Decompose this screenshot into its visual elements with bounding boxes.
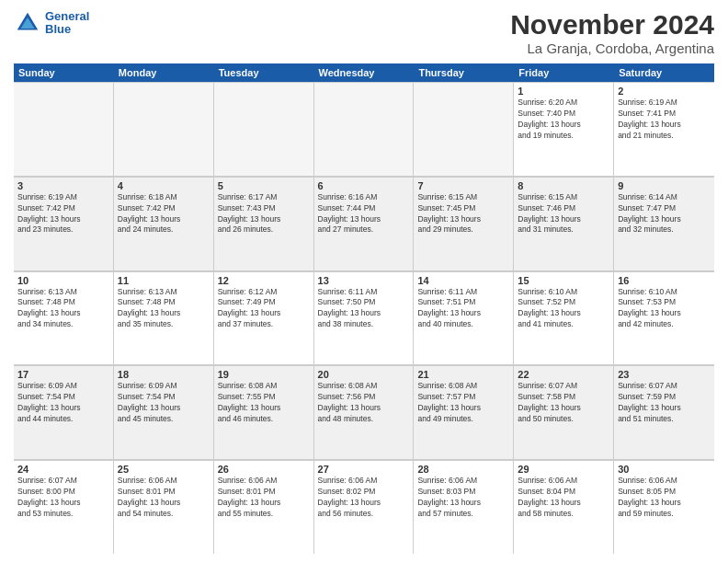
calendar-cell: 5Sunrise: 6:17 AM Sunset: 7:43 PM Daylig…	[214, 177, 314, 270]
day-number: 12	[218, 275, 310, 286]
day-number: 23	[618, 369, 711, 380]
calendar-cell	[14, 82, 114, 176]
day-info: Sunrise: 6:16 AM Sunset: 7:44 PM Dayligh…	[318, 192, 410, 236]
day-info: Sunrise: 6:08 AM Sunset: 7:55 PM Dayligh…	[218, 381, 310, 425]
day-info: Sunrise: 6:15 AM Sunset: 7:45 PM Dayligh…	[417, 192, 509, 236]
day-info: Sunrise: 6:06 AM Sunset: 8:01 PM Dayligh…	[118, 476, 210, 520]
logo: General Blue	[14, 9, 89, 37]
day-info: Sunrise: 6:08 AM Sunset: 7:56 PM Dayligh…	[318, 381, 410, 425]
day-number: 2	[618, 86, 711, 97]
calendar-header-day: Wednesday	[314, 63, 415, 82]
main-title: November 2024	[510, 9, 714, 40]
day-info: Sunrise: 6:07 AM Sunset: 8:00 PM Dayligh…	[17, 476, 109, 520]
calendar-body: 1Sunrise: 6:20 AM Sunset: 7:40 PM Daylig…	[14, 82, 714, 554]
calendar-cell	[314, 82, 415, 176]
calendar: SundayMondayTuesdayWednesdayThursdayFrid…	[14, 63, 714, 554]
day-number: 19	[218, 369, 310, 380]
calendar-cell: 19Sunrise: 6:08 AM Sunset: 7:55 PM Dayli…	[214, 365, 314, 459]
calendar-row: 1Sunrise: 6:20 AM Sunset: 7:40 PM Daylig…	[14, 82, 714, 177]
calendar-cell: 11Sunrise: 6:13 AM Sunset: 7:48 PM Dayli…	[114, 271, 214, 365]
calendar-cell: 1Sunrise: 6:20 AM Sunset: 7:40 PM Daylig…	[514, 82, 614, 176]
calendar-cell: 18Sunrise: 6:09 AM Sunset: 7:54 PM Dayli…	[114, 365, 214, 459]
subtitle: La Granja, Cordoba, Argentina	[510, 40, 714, 56]
calendar-row: 24Sunrise: 6:07 AM Sunset: 8:00 PM Dayli…	[14, 460, 714, 554]
calendar-header-day: Monday	[114, 63, 214, 82]
day-number: 25	[118, 464, 210, 475]
day-number: 18	[118, 369, 210, 380]
day-info: Sunrise: 6:10 AM Sunset: 7:53 PM Dayligh…	[618, 287, 711, 331]
day-info: Sunrise: 6:20 AM Sunset: 7:40 PM Dayligh…	[518, 98, 609, 142]
calendar-cell: 26Sunrise: 6:06 AM Sunset: 8:01 PM Dayli…	[214, 460, 314, 554]
day-number: 10	[17, 275, 109, 286]
calendar-cell: 9Sunrise: 6:14 AM Sunset: 7:47 PM Daylig…	[614, 177, 714, 270]
calendar-header-day: Sunday	[14, 63, 114, 82]
day-info: Sunrise: 6:17 AM Sunset: 7:43 PM Dayligh…	[218, 192, 310, 236]
calendar-cell: 15Sunrise: 6:10 AM Sunset: 7:52 PM Dayli…	[514, 271, 614, 365]
day-info: Sunrise: 6:11 AM Sunset: 7:51 PM Dayligh…	[417, 287, 509, 331]
day-number: 7	[417, 180, 509, 191]
day-number: 9	[618, 180, 711, 191]
calendar-cell: 2Sunrise: 6:19 AM Sunset: 7:41 PM Daylig…	[614, 82, 714, 176]
day-info: Sunrise: 6:15 AM Sunset: 7:46 PM Dayligh…	[518, 192, 609, 236]
calendar-cell: 17Sunrise: 6:09 AM Sunset: 7:54 PM Dayli…	[14, 365, 114, 459]
day-info: Sunrise: 6:09 AM Sunset: 7:54 PM Dayligh…	[118, 381, 210, 425]
logo-line2: Blue	[45, 23, 89, 36]
calendar-cell: 25Sunrise: 6:06 AM Sunset: 8:01 PM Dayli…	[114, 460, 214, 554]
logo-text: General Blue	[45, 10, 89, 37]
day-info: Sunrise: 6:08 AM Sunset: 7:57 PM Dayligh…	[417, 381, 509, 425]
calendar-row: 17Sunrise: 6:09 AM Sunset: 7:54 PM Dayli…	[14, 365, 714, 460]
day-number: 30	[618, 464, 711, 475]
calendar-cell: 14Sunrise: 6:11 AM Sunset: 7:51 PM Dayli…	[414, 271, 514, 365]
day-number: 16	[618, 275, 711, 286]
day-number: 13	[318, 275, 410, 286]
day-number: 11	[118, 275, 210, 286]
day-number: 1	[518, 86, 609, 97]
day-number: 15	[518, 275, 609, 286]
calendar-cell: 20Sunrise: 6:08 AM Sunset: 7:56 PM Dayli…	[314, 365, 415, 459]
calendar-cell: 6Sunrise: 6:16 AM Sunset: 7:44 PM Daylig…	[314, 177, 415, 270]
day-number: 5	[218, 180, 310, 191]
logo-line1: General	[45, 10, 89, 23]
day-number: 20	[318, 369, 410, 380]
day-info: Sunrise: 6:18 AM Sunset: 7:42 PM Dayligh…	[118, 192, 210, 236]
calendar-cell: 3Sunrise: 6:19 AM Sunset: 7:42 PM Daylig…	[14, 177, 114, 270]
calendar-header: SundayMondayTuesdayWednesdayThursdayFrid…	[14, 63, 714, 82]
day-info: Sunrise: 6:06 AM Sunset: 8:02 PM Dayligh…	[318, 476, 410, 520]
title-block: November 2024 La Granja, Cordoba, Argent…	[510, 9, 714, 56]
day-number: 4	[118, 180, 210, 191]
day-info: Sunrise: 6:07 AM Sunset: 7:59 PM Dayligh…	[618, 381, 711, 425]
calendar-cell	[214, 82, 314, 176]
calendar-header-day: Friday	[514, 63, 614, 82]
logo-icon	[14, 9, 41, 37]
day-number: 24	[17, 464, 109, 475]
calendar-row: 3Sunrise: 6:19 AM Sunset: 7:42 PM Daylig…	[14, 177, 714, 271]
day-number: 27	[318, 464, 410, 475]
day-number: 8	[518, 180, 609, 191]
day-info: Sunrise: 6:06 AM Sunset: 8:01 PM Dayligh…	[218, 476, 310, 520]
calendar-cell: 4Sunrise: 6:18 AM Sunset: 7:42 PM Daylig…	[114, 177, 214, 270]
header: General Blue November 2024 La Granja, Co…	[14, 9, 714, 56]
calendar-cell: 27Sunrise: 6:06 AM Sunset: 8:02 PM Dayli…	[314, 460, 415, 554]
calendar-cell: 8Sunrise: 6:15 AM Sunset: 7:46 PM Daylig…	[514, 177, 614, 270]
calendar-header-day: Saturday	[614, 63, 714, 82]
page: General Blue November 2024 La Granja, Co…	[0, 0, 728, 563]
calendar-cell: 10Sunrise: 6:13 AM Sunset: 7:48 PM Dayli…	[14, 271, 114, 365]
calendar-cell	[114, 82, 214, 176]
day-number: 21	[417, 369, 509, 380]
calendar-header-day: Thursday	[414, 63, 514, 82]
day-number: 17	[17, 369, 109, 380]
calendar-cell	[414, 82, 514, 176]
day-info: Sunrise: 6:09 AM Sunset: 7:54 PM Dayligh…	[17, 381, 109, 425]
day-info: Sunrise: 6:11 AM Sunset: 7:50 PM Dayligh…	[318, 287, 410, 331]
calendar-cell: 12Sunrise: 6:12 AM Sunset: 7:49 PM Dayli…	[214, 271, 314, 365]
day-info: Sunrise: 6:10 AM Sunset: 7:52 PM Dayligh…	[518, 287, 609, 331]
day-info: Sunrise: 6:19 AM Sunset: 7:42 PM Dayligh…	[17, 192, 109, 236]
day-number: 14	[417, 275, 509, 286]
day-number: 26	[218, 464, 310, 475]
day-info: Sunrise: 6:13 AM Sunset: 7:48 PM Dayligh…	[17, 287, 109, 331]
calendar-cell: 21Sunrise: 6:08 AM Sunset: 7:57 PM Dayli…	[414, 365, 514, 459]
day-info: Sunrise: 6:06 AM Sunset: 8:05 PM Dayligh…	[618, 476, 711, 520]
day-info: Sunrise: 6:12 AM Sunset: 7:49 PM Dayligh…	[218, 287, 310, 331]
calendar-cell: 29Sunrise: 6:06 AM Sunset: 8:04 PM Dayli…	[514, 460, 614, 554]
day-info: Sunrise: 6:06 AM Sunset: 8:04 PM Dayligh…	[518, 476, 609, 520]
